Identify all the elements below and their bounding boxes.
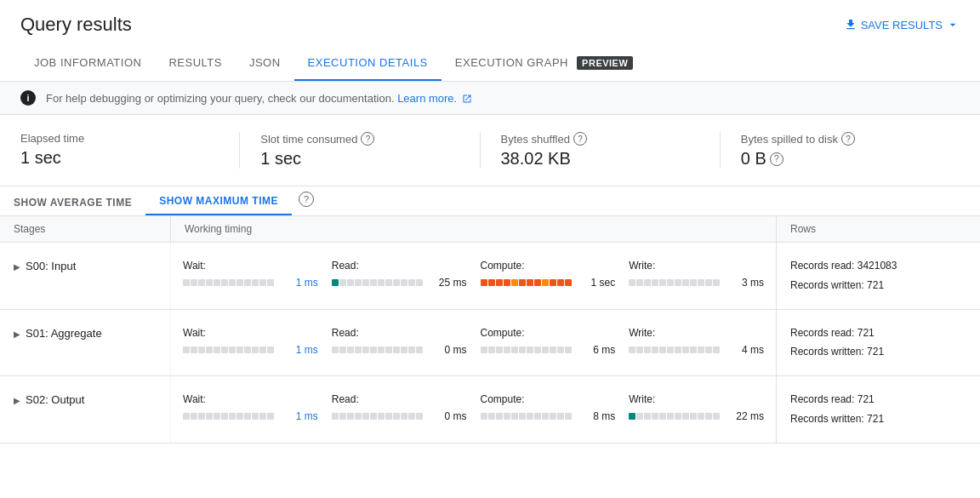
s01-wait: Wait: 1 ms [178,320,323,366]
save-results-button[interactable]: SAVE RESULTS [844,18,960,31]
external-link-icon [462,94,472,104]
show-average-time-button[interactable]: SHOW AVERAGE TIME [0,188,145,215]
s00-wait-bar: 1 ms [183,277,318,289]
stat-shuffled-label: Bytes shuffled ? [501,132,699,146]
stage-s00-timing: Wait: 1 ms Read: 25 ms Compute: [170,243,776,309]
download-icon [844,18,858,31]
s00-compute-label: Compute: [481,260,616,272]
s02-compute: Compute: 8 ms [476,386,621,432]
s02-read: Read: 0 ms [327,386,472,432]
s01-expand-icon: ▶ [14,329,20,339]
stat-elapsed-time: Elapsed time 1 sec [20,132,239,169]
stat-elapsed-value: 1 sec [20,148,219,168]
spilled-value-help-icon[interactable]: ? [770,152,783,166]
info-icon: i [20,90,36,106]
stats-row: Elapsed time 1 sec Slot time consumed ? … [0,115,980,186]
s02-compute-value: 8 ms [593,410,615,422]
stat-spilled-value: 0 B ? [741,149,939,169]
s00-write-value: 3 ms [742,277,764,289]
s00-records-read: Records read: 3421083 [790,256,966,276]
stage-row-s02: ▶ S02: Output Wait: 1 ms Read: 0 ms Comp… [0,376,980,444]
preview-badge: PREVIEW [577,56,633,70]
info-banner: i For help debugging or optimizing your … [0,82,980,115]
s00-compute-bar: 1 sec [481,277,616,289]
stage-s01-name[interactable]: ▶ S01: Aggregate [0,310,170,376]
stage-s00-rows: Records read: 3421083 Records written: 7… [776,243,980,309]
s01-read-value: 0 ms [444,344,466,356]
s00-read: Read: 25 ms [327,253,472,299]
col-stages-label: Stages [0,216,170,242]
s02-records-read: Records read: 721 [790,390,966,409]
s02-records-written: Records written: 721 [790,409,966,429]
toggle-help-icon[interactable]: ? [299,192,314,207]
s00-read-bar: 25 ms [332,277,467,289]
s01-records-written: Records written: 721 [790,342,966,362]
s01-compute-label: Compute: [481,327,616,339]
stage-s01-timing: Wait: 1 ms Read: 0 ms Compute: 6 ms Writ… [170,310,776,376]
stat-spilled-label: Bytes spilled to disk ? [741,132,939,146]
s01-write-value: 4 ms [742,344,764,356]
s02-expand-icon: ▶ [14,396,20,405]
s01-records-read: Records read: 721 [790,323,966,343]
s01-write: Write: 4 ms [624,320,769,366]
s01-compute-value: 6 ms [593,344,615,356]
s02-wait-label: Wait: [183,393,318,405]
slot-help-icon[interactable]: ? [361,132,374,146]
col-timing-label: Working timing [170,216,776,242]
stat-slot-label: Slot time consumed ? [260,132,459,146]
stage-row-s00: ▶ S00: Input Wait: 1 ms Read: 25 ms [0,243,980,310]
stat-bytes-shuffled: Bytes shuffled ? 38.02 KB [480,132,720,169]
tab-execution-graph[interactable]: EXECUTION GRAPH PREVIEW [442,46,647,81]
s00-records-written: Records written: 721 [790,276,966,295]
header: Query results SAVE RESULTS [0,0,980,46]
s02-write-value: 22 ms [736,410,764,422]
s00-read-label: Read: [332,260,467,272]
chevron-down-icon [946,18,960,31]
page-title: Query results [20,14,132,36]
tab-json[interactable]: JSON [236,46,294,81]
s01-read-label: Read: [332,327,467,339]
s01-read: Read: 0 ms [327,320,472,366]
stage-s01-rows: Records read: 721 Records written: 721 [776,310,980,376]
stage-s02-timing: Wait: 1 ms Read: 0 ms Compute: 8 ms Writ… [170,376,776,443]
tabs-bar: JOB INFORMATION RESULTS JSON EXECUTION D… [0,46,980,82]
s02-write: Write: 22 ms [624,386,769,432]
stat-slot-time: Slot time consumed ? 1 sec [239,132,479,169]
s01-wait-label: Wait: [183,327,318,339]
time-toggle: SHOW AVERAGE TIME SHOW MAXIMUM TIME ? [0,186,980,216]
stat-slot-value: 1 sec [260,149,459,169]
show-maximum-time-button[interactable]: SHOW MAXIMUM TIME [145,186,292,215]
s01-compute: Compute: 6 ms [476,320,621,366]
s02-compute-label: Compute: [481,393,616,405]
col-rows-label: Rows [776,216,980,242]
s00-wait-label: Wait: [183,260,318,272]
s00-write-label: Write: [629,260,764,272]
stage-s02-rows: Records read: 721 Records written: 721 [776,376,980,443]
stat-elapsed-label: Elapsed time [20,132,219,145]
stage-s00-name[interactable]: ▶ S00: Input [0,243,170,309]
s02-wait-value: 1 ms [296,410,318,422]
s02-write-label: Write: [629,393,764,405]
s00-compute-value: 1 sec [591,277,616,289]
s02-read-value: 0 ms [444,410,466,422]
s00-write-bar: 3 ms [629,277,764,289]
tab-job-information[interactable]: JOB INFORMATION [20,46,155,81]
spilled-label-help-icon[interactable]: ? [841,132,855,146]
s02-read-label: Read: [332,393,467,405]
s00-wait-value: 1 ms [296,277,318,289]
s01-write-label: Write: [629,327,764,339]
s00-wait: Wait: 1 ms [178,253,323,299]
stat-bytes-spilled: Bytes spilled to disk ? 0 B ? [720,132,960,169]
info-text: For help debugging or optimizing your qu… [46,92,472,105]
tab-execution-details[interactable]: EXECUTION DETAILS [294,46,442,81]
stat-shuffled-value: 38.02 KB [501,149,699,169]
s01-wait-value: 1 ms [296,344,318,356]
stage-s02-name[interactable]: ▶ S02: Output [0,376,170,443]
s00-read-value: 25 ms [439,277,467,289]
stage-row-s01: ▶ S01: Aggregate Wait: 1 ms Read: 0 ms C… [0,310,980,377]
tab-results[interactable]: RESULTS [155,46,236,81]
s00-write: Write: 3 ms [624,253,769,299]
s00-compute: Compute: 1 sec [476,253,621,299]
learn-more-link[interactable]: Learn more. [397,92,472,105]
shuffled-help-icon[interactable]: ? [573,132,587,146]
